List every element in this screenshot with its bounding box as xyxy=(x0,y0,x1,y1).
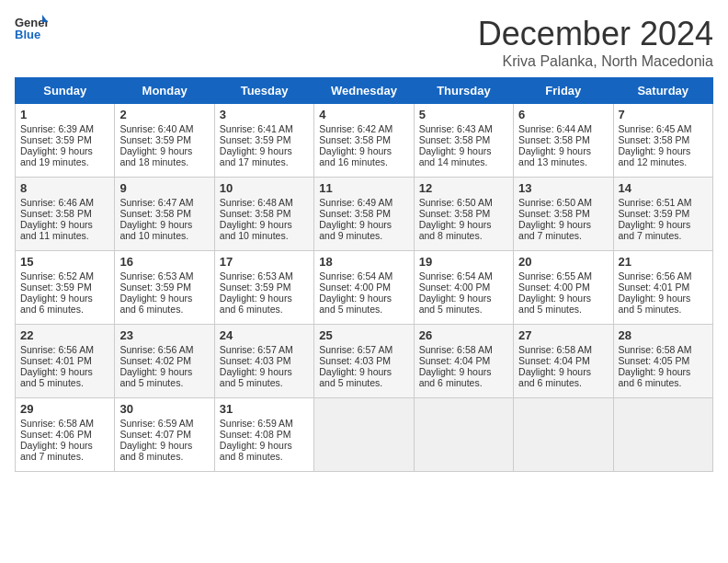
day-info-line: Sunset: 3:59 PM xyxy=(220,134,309,145)
day-info-line: Sunset: 4:03 PM xyxy=(220,355,309,366)
day-info-line: Sunset: 4:04 PM xyxy=(419,355,508,366)
day-info-line: Daylight: 9 hours xyxy=(419,293,508,304)
day-info-line: Daylight: 9 hours xyxy=(220,219,309,230)
calendar-cell xyxy=(314,398,414,472)
calendar-cell: 6Sunrise: 6:44 AMSunset: 3:58 PMDaylight… xyxy=(514,104,613,178)
day-info-line: Sunrise: 6:49 AM xyxy=(319,197,408,208)
day-info-line: Sunrise: 6:57 AM xyxy=(319,344,408,355)
day-info-line: Sunrise: 6:52 AM xyxy=(20,270,109,282)
day-of-week-header: Thursday xyxy=(414,78,513,104)
day-info-line: Daylight: 9 hours xyxy=(518,366,608,377)
calendar-cell: 21Sunrise: 6:56 AMSunset: 4:01 PMDayligh… xyxy=(613,251,712,325)
day-number: 2 xyxy=(119,108,209,121)
day-of-week-header: Wednesday xyxy=(314,78,414,104)
day-number: 24 xyxy=(220,328,309,342)
day-number: 26 xyxy=(419,328,508,342)
day-number: 5 xyxy=(419,108,508,121)
calendar-cell: 2Sunrise: 6:40 AMSunset: 3:59 PMDaylight… xyxy=(115,104,214,178)
day-info-line: Sunrise: 6:39 AM xyxy=(20,123,109,134)
calendar-cell: 10Sunrise: 6:48 AMSunset: 3:58 PMDayligh… xyxy=(214,178,313,251)
day-info-line: and 5 minutes. xyxy=(319,377,408,388)
day-number: 7 xyxy=(619,108,708,121)
day-info-line: Sunrise: 6:40 AM xyxy=(119,123,209,134)
day-info-line: Sunset: 3:58 PM xyxy=(20,208,109,219)
day-info-line: Sunrise: 6:58 AM xyxy=(619,344,708,355)
day-info-line: and 10 minutes. xyxy=(119,230,209,241)
day-number: 3 xyxy=(220,108,309,121)
day-info-line: Daylight: 9 hours xyxy=(119,145,209,156)
day-info-line: Sunset: 3:58 PM xyxy=(419,134,508,145)
day-number: 1 xyxy=(20,108,109,121)
calendar-cell: 17Sunrise: 6:53 AMSunset: 3:59 PMDayligh… xyxy=(214,251,313,325)
day-info-line: Sunrise: 6:58 AM xyxy=(518,344,608,355)
calendar-cell: 7Sunrise: 6:45 AMSunset: 3:58 PMDaylight… xyxy=(613,104,712,178)
calendar-cell: 29Sunrise: 6:58 AMSunset: 4:06 PMDayligh… xyxy=(16,398,115,472)
day-info-line: Sunset: 4:00 PM xyxy=(518,282,608,293)
day-info-line: Sunrise: 6:48 AM xyxy=(220,197,309,208)
day-number: 9 xyxy=(119,181,209,195)
calendar-cell: 14Sunrise: 6:51 AMSunset: 3:59 PMDayligh… xyxy=(613,178,712,251)
day-info-line: Daylight: 9 hours xyxy=(119,293,209,304)
calendar-cell: 31Sunrise: 6:59 AMSunset: 4:08 PMDayligh… xyxy=(214,398,313,472)
day-info-line: and 5 minutes. xyxy=(419,304,508,315)
day-info-line: Daylight: 9 hours xyxy=(619,219,708,230)
calendar-cell: 15Sunrise: 6:52 AMSunset: 3:59 PMDayligh… xyxy=(16,251,115,325)
calendar-cell: 8Sunrise: 6:46 AMSunset: 3:58 PMDaylight… xyxy=(16,178,115,251)
calendar-cell: 28Sunrise: 6:58 AMSunset: 4:05 PMDayligh… xyxy=(613,325,712,398)
day-info-line: and 5 minutes. xyxy=(220,377,309,388)
calendar-body: 1Sunrise: 6:39 AMSunset: 3:59 PMDaylight… xyxy=(16,104,713,472)
calendar-cell: 25Sunrise: 6:57 AMSunset: 4:03 PMDayligh… xyxy=(314,325,414,398)
day-info-line: Sunset: 4:03 PM xyxy=(319,355,408,366)
day-number: 31 xyxy=(220,402,309,416)
day-info-line: Sunrise: 6:54 AM xyxy=(419,270,508,282)
day-number: 29 xyxy=(20,402,109,416)
day-info-line: and 5 minutes. xyxy=(619,304,708,315)
day-info-line: Sunrise: 6:55 AM xyxy=(518,270,608,282)
calendar-cell: 4Sunrise: 6:42 AMSunset: 3:58 PMDaylight… xyxy=(314,104,414,178)
svg-text:Blue: Blue xyxy=(15,28,40,40)
day-info-line: Sunrise: 6:43 AM xyxy=(419,123,508,134)
day-info-line: Sunrise: 6:57 AM xyxy=(220,344,309,355)
day-info-line: Sunset: 3:59 PM xyxy=(20,282,109,293)
location-title: Kriva Palanka, North Macedonia xyxy=(478,53,713,70)
day-info-line: Daylight: 9 hours xyxy=(20,440,109,451)
day-info-line: Sunrise: 6:47 AM xyxy=(119,197,209,208)
calendar-cell: 13Sunrise: 6:50 AMSunset: 3:58 PMDayligh… xyxy=(514,178,613,251)
day-info-line: and 6 minutes. xyxy=(419,377,508,388)
day-info-line: Sunset: 3:58 PM xyxy=(319,208,408,219)
day-info-line: Sunset: 4:01 PM xyxy=(20,355,109,366)
day-number: 15 xyxy=(20,255,109,269)
day-info-line: Sunset: 3:58 PM xyxy=(619,134,708,145)
day-info-line: Daylight: 9 hours xyxy=(518,145,608,156)
day-info-line: and 7 minutes. xyxy=(20,451,109,462)
calendar-week-row: 22Sunrise: 6:56 AMSunset: 4:01 PMDayligh… xyxy=(16,325,713,398)
calendar-cell: 11Sunrise: 6:49 AMSunset: 3:58 PMDayligh… xyxy=(314,178,414,251)
day-info-line: and 16 minutes. xyxy=(319,156,408,167)
day-info-line: and 6 minutes. xyxy=(220,304,309,315)
calendar-cell: 5Sunrise: 6:43 AMSunset: 3:58 PMDaylight… xyxy=(414,104,513,178)
logo-icon: General Blue xyxy=(15,15,48,40)
day-info-line: and 18 minutes. xyxy=(119,156,209,167)
day-number: 25 xyxy=(319,328,408,342)
day-info-line: Sunset: 3:58 PM xyxy=(419,208,508,219)
day-info-line: Daylight: 9 hours xyxy=(419,219,508,230)
day-info-line: Sunrise: 6:54 AM xyxy=(319,270,408,282)
day-info-line: Sunrise: 6:45 AM xyxy=(619,123,708,134)
day-info-line: Sunrise: 6:53 AM xyxy=(119,270,209,282)
day-info-line: and 5 minutes. xyxy=(518,304,608,315)
title-area: December 2024 Kriva Palanka, North Maced… xyxy=(478,15,713,70)
day-info-line: Sunrise: 6:50 AM xyxy=(518,197,608,208)
calendar-cell: 24Sunrise: 6:57 AMSunset: 4:03 PMDayligh… xyxy=(214,325,313,398)
day-info-line: and 6 minutes. xyxy=(119,304,209,315)
day-number: 4 xyxy=(319,108,408,121)
calendar-cell: 20Sunrise: 6:55 AMSunset: 4:00 PMDayligh… xyxy=(514,251,613,325)
day-info-line: Sunset: 3:58 PM xyxy=(119,208,209,219)
day-info-line: Daylight: 9 hours xyxy=(119,366,209,377)
day-info-line: Sunrise: 6:42 AM xyxy=(319,123,408,134)
day-info-line: Sunset: 3:59 PM xyxy=(619,208,708,219)
day-info-line: Sunset: 4:05 PM xyxy=(619,355,708,366)
day-info-line: and 10 minutes. xyxy=(220,230,309,241)
day-info-line: Daylight: 9 hours xyxy=(220,145,309,156)
day-number: 14 xyxy=(619,181,708,195)
day-info-line: Sunset: 3:58 PM xyxy=(220,208,309,219)
